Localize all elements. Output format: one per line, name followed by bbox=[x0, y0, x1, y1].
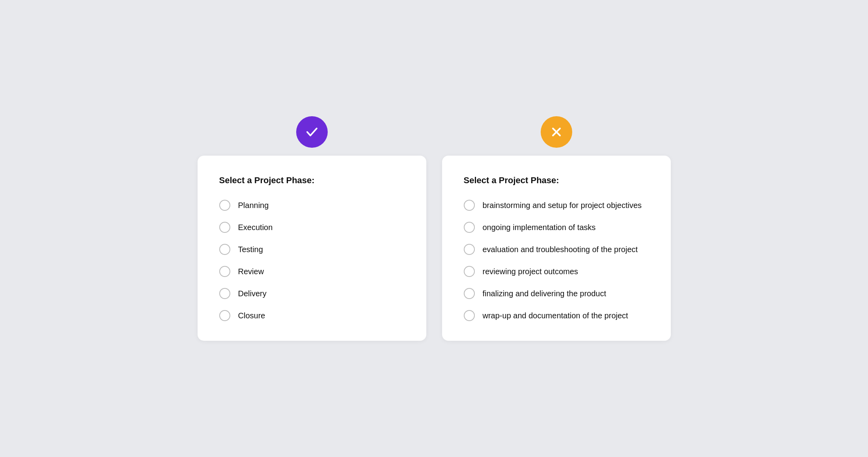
option-label: Closure bbox=[238, 310, 265, 321]
incorrect-card: Select a Project Phase: brainstorming an… bbox=[442, 156, 671, 341]
radio-circle bbox=[464, 244, 475, 255]
option-label: reviewing project outcomes bbox=[483, 266, 578, 277]
radio-circle bbox=[464, 200, 475, 211]
incorrect-icon bbox=[541, 116, 572, 148]
radio-circle bbox=[219, 244, 230, 255]
radio-circle bbox=[464, 288, 475, 299]
incorrect-option-item[interactable]: brainstorming and setup for project obje… bbox=[464, 200, 649, 211]
radio-circle bbox=[219, 310, 230, 321]
page-container: Select a Project Phase: Planning Executi… bbox=[158, 116, 710, 341]
option-label: Planning bbox=[238, 200, 269, 210]
incorrect-card-title: Select a Project Phase: bbox=[464, 175, 649, 186]
radio-circle bbox=[464, 222, 475, 233]
option-label: evaluation and troubleshooting of the pr… bbox=[483, 244, 638, 255]
correct-icon bbox=[296, 116, 328, 148]
incorrect-option-item[interactable]: evaluation and troubleshooting of the pr… bbox=[464, 244, 649, 255]
option-label: ongoing implementation of tasks bbox=[483, 222, 596, 232]
option-label: Review bbox=[238, 266, 264, 277]
incorrect-option-item[interactable]: finalizing and delivering the product bbox=[464, 288, 649, 299]
option-label: Delivery bbox=[238, 288, 267, 299]
correct-options-list: Planning Execution Testing Review Delive… bbox=[219, 200, 405, 321]
correct-option-item[interactable]: Execution bbox=[219, 222, 405, 233]
radio-circle bbox=[464, 310, 475, 321]
incorrect-option-item[interactable]: wrap-up and documentation of the project bbox=[464, 310, 649, 321]
correct-card-title: Select a Project Phase: bbox=[219, 175, 405, 186]
option-label: Execution bbox=[238, 222, 273, 232]
correct-option-item[interactable]: Closure bbox=[219, 310, 405, 321]
correct-option-item[interactable]: Review bbox=[219, 266, 405, 277]
option-label: Testing bbox=[238, 244, 263, 255]
option-label: brainstorming and setup for project obje… bbox=[483, 200, 642, 210]
radio-circle bbox=[219, 222, 230, 233]
correct-card: Select a Project Phase: Planning Executi… bbox=[198, 156, 426, 341]
correct-option-item[interactable]: Planning bbox=[219, 200, 405, 211]
radio-circle bbox=[219, 288, 230, 299]
incorrect-option-item[interactable]: reviewing project outcomes bbox=[464, 266, 649, 277]
correct-option-item[interactable]: Delivery bbox=[219, 288, 405, 299]
option-label: wrap-up and documentation of the project bbox=[483, 310, 628, 321]
correct-panel-wrapper: Select a Project Phase: Planning Executi… bbox=[198, 116, 426, 341]
incorrect-options-list: brainstorming and setup for project obje… bbox=[464, 200, 649, 321]
incorrect-option-item[interactable]: ongoing implementation of tasks bbox=[464, 222, 649, 233]
radio-circle bbox=[464, 266, 475, 277]
option-label: finalizing and delivering the product bbox=[483, 288, 607, 299]
radio-circle bbox=[219, 200, 230, 211]
radio-circle bbox=[219, 266, 230, 277]
incorrect-panel-wrapper: Select a Project Phase: brainstorming an… bbox=[442, 116, 671, 341]
correct-option-item[interactable]: Testing bbox=[219, 244, 405, 255]
